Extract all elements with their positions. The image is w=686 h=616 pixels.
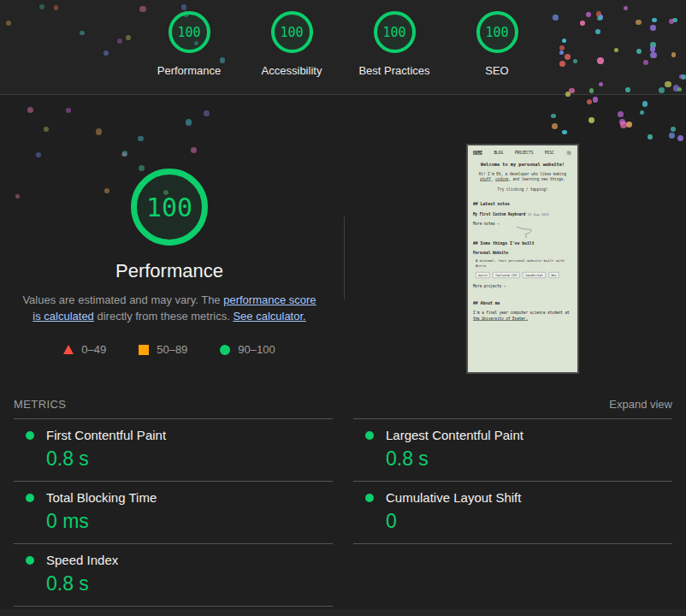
gauge-label: Accessibility [262, 64, 322, 77]
sun-icon: ☼ [565, 151, 572, 155]
confetti-dot [626, 121, 632, 127]
gauge-best-practices[interactable]: 100 Best Practices [343, 11, 446, 77]
confetti-dot [620, 121, 626, 127]
confetti-dot [671, 127, 676, 132]
coding-link: coding [495, 177, 508, 181]
score-ring: 100 [169, 11, 210, 53]
confetti-dot [619, 119, 625, 125]
metric-label: Speed Index [46, 553, 118, 567]
metric-cumulative-layout-shift: Cumulative Layout Shift 0 [353, 482, 672, 543]
confetti-dot [552, 123, 558, 129]
screenshot-project-title: Personal Website [473, 251, 572, 255]
confetti-dot [551, 114, 555, 118]
legend-range: 90–100 [238, 343, 275, 356]
screenshot-note-item: My First Custom Keyboard 31 Aug 2025 [473, 212, 572, 216]
metrics-right-column: Largest Contentful Paint 0.8 s Cumulativ… [353, 418, 672, 607]
metric-first-contentful-paint: First Contentful Paint 0.8 s [14, 419, 333, 481]
metric-total-blocking-time: Total Blocking Time 0 ms [14, 482, 333, 543]
performance-summary: 100 Performance Values are estimated and… [0, 95, 339, 356]
disclaimer-text: Values are estimated and may vary. The [22, 293, 223, 306]
metric-value: 0.8 s [46, 572, 333, 595]
legend-range: 0–49 [81, 343, 106, 356]
stuff-link: stuff [480, 177, 491, 181]
legend-pass: 90–100 [220, 343, 275, 356]
metric-pass-dot-icon [26, 494, 34, 502]
tag-chip: JavaScript [523, 272, 546, 278]
intro-text: , and learning new things. [508, 177, 565, 181]
legend-fail: 0–49 [63, 343, 106, 356]
metric-value: 0.8 s [46, 447, 333, 471]
score-disclaimer: Values are estimated and may vary. The p… [22, 292, 316, 324]
metric-largest-contentful-paint: Largest Contentful Paint 0.8 s [353, 419, 672, 481]
confetti-dot [640, 110, 645, 116]
confetti-dot [588, 117, 594, 123]
confetti-dot [618, 111, 623, 116]
screenshot-welcome-heading: Welcome to my personal website! [473, 162, 572, 167]
expand-view-button[interactable]: Expand view [609, 398, 672, 411]
confetti-dot [669, 133, 675, 139]
nav-blog: BLOG [494, 151, 503, 155]
gauge-performance[interactable]: 100 Performance [138, 11, 240, 77]
metrics-title: METRICS [14, 398, 66, 411]
gauge-label: Best Practices [358, 64, 429, 77]
doodle-arrow-icon [514, 226, 544, 239]
score-ring: 100 [374, 11, 416, 53]
screenshot-about-heading: ## About me [473, 301, 572, 306]
category-gauges: 100 Performance 100 Accessibility 100 Be… [138, 11, 548, 77]
final-screenshot-thumbnail: HOME BLOG PROJECTS MISC ☼ Welcome to my … [466, 144, 579, 374]
score-value: 100 [382, 25, 405, 40]
metrics-header: METRICS Expand view [0, 392, 686, 416]
metric-value: 0.8 s [386, 447, 672, 471]
divider [353, 543, 672, 544]
next-section-edge [0, 609, 686, 616]
metric-value: 0 ms [46, 510, 333, 533]
metric-pass-dot-icon [26, 431, 34, 440]
nav-projects: PROJECTS [515, 151, 534, 155]
performance-score-value: 100 [146, 192, 192, 222]
confetti-dot [642, 101, 648, 107]
legend-range: 50–89 [157, 343, 187, 356]
screenshot-try-line: Try clicking / tapping! [473, 187, 572, 192]
screenshot-content: HOME BLOG PROJECTS MISC ☼ Welcome to my … [468, 145, 577, 374]
legend-triangle-icon [63, 345, 74, 354]
divider [14, 606, 333, 607]
about-text: I'm a final year computer science studen… [473, 311, 570, 315]
note-title: My First Custom Keyboard [473, 212, 525, 216]
gauge-accessibility[interactable]: 100 Accessibility [240, 11, 343, 77]
score-ring: 100 [271, 11, 313, 53]
performance-section-title: Performance [115, 260, 223, 282]
nav-home: HOME [473, 151, 482, 155]
see-calculator-link[interactable]: See calculator. [233, 310, 305, 323]
screenshot-intro: Hi! I'm Ed, a developer who likes making… [473, 171, 572, 182]
tag-chip: Nix [548, 272, 559, 278]
note-date: 31 Aug 2025 [528, 213, 549, 217]
metric-pass-dot-icon [365, 431, 374, 440]
screenshot-tags: Astro Tailwind CSS JavaScript Nix [473, 272, 572, 278]
confetti-dot [593, 97, 599, 103]
metric-pass-dot-icon [365, 494, 374, 502]
nav-misc: MISC [545, 151, 554, 155]
screenshot-built-heading: ## Some things I've built [473, 240, 572, 246]
screenshot-project-desc: A minimal, fast personal website built w… [473, 258, 574, 269]
metrics-left-column: First Contentful Paint 0.8 s Total Block… [14, 418, 333, 607]
score-value: 100 [177, 25, 200, 40]
screenshot-about-text: I'm a final year computer science studen… [473, 310, 572, 321]
tag-chip: Tailwind CSS [493, 272, 519, 278]
metric-label: First Contentful Paint [46, 428, 166, 442]
university-link: the University of Exeter. [473, 316, 528, 320]
metric-pass-dot-icon [26, 556, 34, 565]
tag-chip: Astro [476, 272, 490, 278]
metrics-columns: First Contentful Paint 0.8 s Total Block… [0, 418, 686, 607]
lighthouse-report: 100 Performance 100 Accessibility 100 Be… [0, 0, 686, 616]
score-value: 100 [485, 25, 508, 40]
legend-average: 50–89 [139, 343, 187, 356]
gauge-seo[interactable]: 100 SEO [446, 11, 548, 77]
score-scale-legend: 0–49 50–89 90–100 [63, 343, 275, 356]
legend-square-icon [139, 345, 149, 355]
performance-score-gauge[interactable]: 100 [131, 169, 208, 246]
disclaimer-text: directly from these metrics. [94, 310, 234, 323]
intro-text: Hi! I'm Ed, a developer who likes making [479, 172, 566, 176]
confetti-dot [677, 135, 683, 141]
screenshot-notes-heading: ## Latest notes [473, 202, 572, 207]
screenshot-more-projects: More projects → [473, 284, 572, 288]
